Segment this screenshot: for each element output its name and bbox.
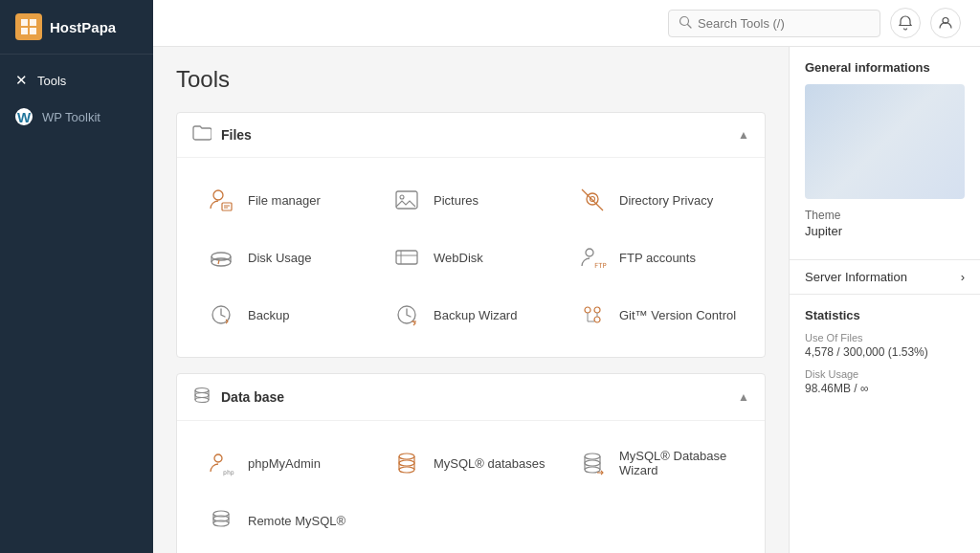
- svg-line-15: [582, 189, 603, 210]
- files-section: Files ▲ File manager: [176, 112, 766, 358]
- svg-rect-20: [396, 251, 417, 264]
- database-section-header-left: Data base: [192, 386, 284, 409]
- tool-disk-usage[interactable]: Disk Usage: [192, 231, 378, 284]
- sidebar-nav: ✕ Tools W WP Toolkit: [0, 55, 153, 143]
- statistics-section: Statistics Use Of Files 4,578 / 300,000 …: [790, 295, 980, 418]
- svg-text:FTP: FTP: [594, 262, 607, 270]
- file-manager-label: File manager: [248, 193, 321, 208]
- disk-usage-label: Disk Usage: [248, 251, 311, 265]
- svg-point-39: [214, 454, 222, 462]
- files-chevron-icon: ▲: [738, 128, 749, 142]
- backup-wizard-label: Backup Wizard: [434, 308, 517, 322]
- database-section-body: php phpMyAdmin MySQL® databases: [177, 421, 765, 553]
- svg-point-29: [594, 317, 600, 322]
- logo: HostPapa: [0, 0, 153, 55]
- page-title: Tools: [176, 66, 766, 93]
- backup-wizard-icon: [390, 298, 424, 332]
- general-info-section: General informations Theme Jupiter: [790, 47, 980, 260]
- pictures-label: Pictures: [434, 193, 479, 208]
- webdisk-label: WebDisk: [434, 251, 483, 265]
- database-icon: [192, 386, 212, 409]
- general-info-title: General informations: [805, 60, 965, 75]
- directory-privacy-label: Directory Privacy: [619, 193, 713, 208]
- theme-label: Theme: [805, 209, 965, 222]
- tools-panel: Tools Files ▲: [153, 47, 789, 553]
- database-section-header[interactable]: Data base ▲: [177, 374, 765, 421]
- tool-mysql-databases[interactable]: MySQL® databases: [378, 436, 564, 490]
- server-info-label: Server Information: [805, 270, 907, 284]
- server-info-chevron-icon: ›: [961, 270, 965, 284]
- stats-title: Statistics: [805, 308, 965, 322]
- mysql-databases-label: MySQL® databases: [434, 456, 546, 471]
- disk-usage-label: Disk Usage: [805, 368, 965, 380]
- svg-point-45: [399, 460, 414, 466]
- ftp-accounts-icon: FTP: [575, 240, 610, 275]
- svg-point-50: [585, 460, 600, 466]
- logo-icon: [15, 13, 42, 40]
- tool-webdisk[interactable]: WebDisk: [378, 231, 564, 284]
- directory-privacy-icon: [575, 183, 610, 217]
- tool-git-version-control[interactable]: Git™ Version Control: [564, 288, 749, 342]
- right-panel: General informations Theme Jupiter Serve…: [789, 47, 980, 553]
- backup-icon: [204, 298, 238, 332]
- sidebar-item-wp-toolkit[interactable]: W WP Toolkit: [0, 99, 153, 135]
- git-label: Git™ Version Control: [619, 308, 736, 322]
- svg-point-49: [585, 467, 600, 473]
- svg-point-37: [195, 398, 209, 403]
- use-of-files-value: 4,578 / 300,000 (1.53%): [805, 345, 965, 359]
- tools-icon: ✕: [15, 72, 28, 89]
- files-section-header-left: Files: [192, 124, 252, 145]
- svg-line-5: [688, 24, 692, 28]
- theme-value: Jupiter: [805, 224, 965, 238]
- phpmyadmin-label: phpMyAdmin: [248, 456, 321, 471]
- disk-usage-stat: Disk Usage 98.46MB / ∞: [805, 368, 965, 395]
- svg-point-23: [586, 249, 593, 256]
- server-info-link[interactable]: Server Information ›: [790, 260, 980, 295]
- search-wrapper[interactable]: [668, 10, 880, 37]
- mysql-databases-icon: [390, 446, 424, 480]
- files-section-header[interactable]: Files ▲: [177, 113, 765, 158]
- svg-rect-0: [21, 19, 28, 26]
- git-icon: [575, 298, 610, 332]
- svg-point-19: [212, 253, 231, 260]
- svg-point-38: [195, 393, 209, 398]
- use-of-files-label: Use Of Files: [805, 332, 965, 343]
- logo-text: HostPapa: [50, 19, 116, 35]
- files-section-body: File manager Pictures Direct: [177, 158, 765, 357]
- sidebar-item-tools[interactable]: ✕ Tools: [0, 62, 153, 99]
- sidebar-item-label: Tools: [37, 74, 66, 88]
- tool-backup[interactable]: Backup: [192, 288, 378, 342]
- remote-mysql-label: Remote MySQL®: [248, 514, 345, 528]
- tool-directory-privacy[interactable]: Directory Privacy: [564, 173, 749, 227]
- tool-pictures[interactable]: Pictures: [378, 173, 564, 227]
- svg-rect-8: [222, 203, 232, 210]
- tool-ftp-accounts[interactable]: FTP FTP accounts: [564, 231, 749, 284]
- ftp-accounts-label: FTP accounts: [619, 251, 696, 265]
- svg-point-28: [585, 307, 590, 313]
- database-section-title: Data base: [221, 389, 284, 405]
- svg-point-44: [399, 467, 414, 473]
- mysql-database-wizard-icon: [575, 446, 610, 480]
- svg-rect-1: [30, 19, 36, 26]
- webdisk-icon: [390, 240, 424, 275]
- sidebar: HostPapa ✕ Tools W WP Toolkit: [0, 0, 153, 553]
- mysql-database-wizard-label: MySQL® Database Wizard: [619, 449, 738, 477]
- folder-icon: [192, 124, 212, 145]
- files-section-title: Files: [221, 127, 252, 143]
- bell-button[interactable]: [890, 8, 921, 38]
- tool-backup-wizard[interactable]: Backup Wizard: [378, 288, 564, 342]
- svg-rect-3: [30, 28, 36, 34]
- tool-phpmyadmin[interactable]: php phpMyAdmin: [192, 436, 378, 490]
- tool-remote-mysql[interactable]: Remote MySQL®: [192, 494, 378, 547]
- tool-file-manager[interactable]: File manager: [192, 173, 378, 227]
- search-input[interactable]: [698, 16, 870, 31]
- database-chevron-icon: ▲: [738, 390, 749, 404]
- disk-usage-value: 98.46MB / ∞: [805, 382, 965, 395]
- topbar: [153, 0, 980, 47]
- user-button[interactable]: [930, 8, 961, 38]
- wp-icon: W: [15, 108, 33, 125]
- svg-point-46: [585, 453, 600, 459]
- svg-rect-2: [21, 28, 28, 34]
- tool-mysql-database-wizard[interactable]: MySQL® Database Wizard: [564, 436, 749, 490]
- general-info-image: [805, 84, 965, 199]
